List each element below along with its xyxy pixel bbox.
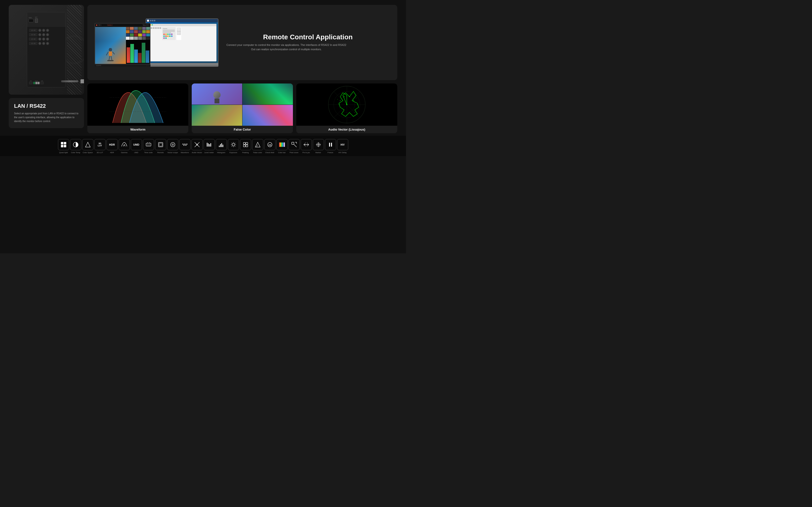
software-color-dot — [165, 36, 167, 37]
software-color-dot — [163, 36, 165, 37]
sdi-port — [42, 42, 45, 45]
windows-desktop: Properties — [146, 22, 218, 63]
colorchecker-cell — [126, 27, 130, 30]
color-space-label: Color Space — [83, 152, 93, 154]
svg-rect-1 — [109, 51, 112, 56]
colorchecker-cell — [134, 27, 138, 30]
hdr-button[interactable]: HDR — [107, 139, 118, 150]
icon-item-3dlut: 3DLUT 3D-LUT — [95, 139, 106, 154]
3dlut-button[interactable]: 3DLUT — [95, 139, 106, 150]
3dlut-icon: 3DLUT — [97, 142, 103, 148]
remote-text: Remote Control Application Connect your … — [226, 33, 390, 51]
gamma-button[interactable] — [119, 139, 130, 150]
umd-button[interactable]: UMD — [131, 139, 142, 150]
peaking-button[interactable] — [240, 139, 251, 150]
color-bar-button[interactable] — [276, 139, 288, 150]
color-temp-button[interactable] — [70, 139, 81, 150]
sdi-port — [46, 29, 49, 32]
color-space-icon — [85, 142, 91, 148]
svg-line-69 — [256, 145, 258, 147]
svg-rect-74 — [281, 143, 281, 147]
vectorscope-button[interactable] — [167, 139, 178, 150]
sdi-row-2: 12G-SDI — [29, 33, 64, 36]
svg-line-63 — [232, 146, 232, 146]
waveform-icon — [182, 142, 188, 148]
colorchecker-cell — [126, 37, 130, 40]
monitor-bottom-bar: LILLIPUT ○ ○ ○ — [95, 64, 151, 67]
pix-to-pix-icon — [303, 142, 309, 148]
colorchecker-cell — [130, 30, 134, 33]
remote-button[interactable] — [155, 139, 166, 150]
monitor-frame: SDI 1 Camera 1 Temp: 49°C — [95, 23, 151, 64]
timecode-label: Time code — [144, 152, 153, 154]
laptop-screen: Properties — [146, 19, 218, 63]
quad-split-icon — [61, 142, 66, 148]
quad-split-button[interactable] — [58, 139, 69, 150]
false-color-button[interactable] — [252, 139, 263, 150]
svg-rect-73 — [280, 143, 281, 147]
audio-vector-button[interactable] — [191, 139, 202, 150]
hardware-card: HDMI SFP 12G-SDI — [9, 5, 84, 95]
false-color-grid — [192, 83, 293, 126]
monitor-waveform — [126, 40, 150, 64]
color-space-button[interactable] — [82, 139, 94, 150]
color-temp-label: Color Temp — [71, 152, 80, 154]
icon-item-hv-delay: H/V H/V Delay — [337, 139, 348, 154]
level-meter-label: Level meter — [204, 152, 214, 154]
remote-visuals: SDI 1 Camera 1 Temp: 49°C — [95, 18, 218, 67]
bottom-ports: GPI RS422 — [29, 80, 64, 84]
colorchecker-cell — [138, 34, 142, 37]
sdi-port — [46, 33, 49, 36]
colorchecker-cell — [138, 37, 142, 40]
color-bar-icon — [279, 142, 285, 148]
freeze-button[interactable] — [325, 139, 336, 150]
timecode-button[interactable]: 00:00 — [143, 139, 154, 150]
pixel-zoom-button[interactable] — [289, 139, 300, 150]
umd-label: UMD — [134, 152, 138, 154]
svg-rect-27 — [61, 142, 63, 145]
snowboarder-svg — [104, 48, 116, 63]
audio-vector-icon-label: Audio Vector — [192, 152, 202, 154]
fc-original — [192, 83, 242, 105]
icon-item-freeze: Freeze — [325, 139, 336, 154]
svg-rect-64 — [243, 143, 245, 145]
icon-item-hdr: HDR HDR — [107, 139, 118, 154]
colorchecker-cell — [138, 30, 142, 33]
marker-button[interactable] — [313, 139, 324, 150]
sdi-port — [38, 42, 41, 45]
waveform-button[interactable] — [179, 139, 190, 150]
colorchecker-cell — [134, 30, 138, 33]
peaking-label: Peaking — [242, 152, 249, 154]
hv-delay-button[interactable]: H/V — [337, 139, 348, 150]
icon-item-pixel-zoom: Pixel zoom — [289, 139, 300, 154]
svg-rect-29 — [61, 145, 63, 147]
svg-line-34 — [124, 145, 125, 146]
level-meter-button[interactable] — [204, 139, 215, 150]
colorchecker-cell — [130, 27, 134, 30]
exposure-icon — [231, 142, 236, 148]
waveform-svg — [88, 83, 188, 126]
sdi-port — [46, 42, 49, 45]
svg-rect-47 — [207, 143, 208, 147]
svg-point-26 — [337, 99, 338, 100]
app-titlebar — [148, 24, 217, 26]
svg-point-23 — [357, 104, 357, 105]
sdi-row-4: 12G-SDI — [29, 42, 64, 45]
svg-rect-80 — [292, 142, 294, 145]
quad-split-label: Quad-Split — [59, 152, 68, 154]
svg-rect-75 — [281, 143, 282, 147]
sdi-row-1: 12G-SDI — [29, 29, 64, 32]
exposure-button[interactable] — [228, 139, 239, 150]
hdmi-port — [28, 19, 34, 22]
check-field-button[interactable]: AB — [264, 139, 276, 150]
svg-point-24 — [354, 112, 355, 113]
remote-control-description: Connect your computer to control the mon… — [226, 43, 347, 51]
sdi-section: 12G-SDI 12G-SDI 12G-SDI — [27, 27, 65, 47]
colorchecker-cell — [142, 37, 146, 40]
histogram-button[interactable] — [216, 139, 227, 150]
audio-vector-svg — [296, 83, 397, 126]
pix-to-pix-button[interactable] — [301, 139, 312, 150]
marker-label: Marker — [315, 152, 321, 154]
timecode-icon: 00:00 — [146, 142, 152, 148]
colorchecker-cell — [134, 34, 138, 37]
